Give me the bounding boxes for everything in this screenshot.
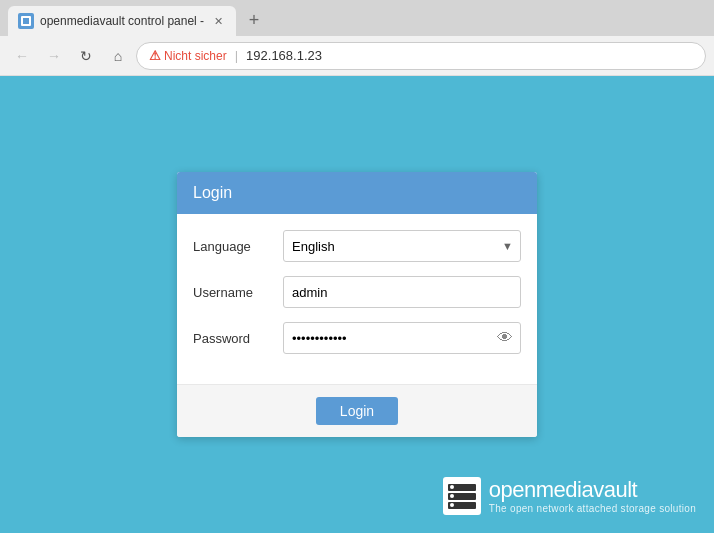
active-tab[interactable]: openmediavault control panel - ✕: [8, 6, 236, 36]
language-label: Language: [193, 239, 283, 254]
username-input[interactable]: [283, 276, 521, 308]
tab-favicon: [18, 13, 34, 29]
browser-chrome: openmediavault control panel - ✕ + ← → ↻…: [0, 0, 714, 76]
login-button[interactable]: Login: [316, 397, 398, 425]
login-card: Login Language English Deutsch Français …: [177, 172, 537, 437]
brand-logo-dot: [450, 485, 454, 489]
brand-logo-dot-2: [450, 494, 454, 498]
security-warning: ⚠ Nicht sicher: [149, 48, 227, 63]
brand: openmediavault The open network attached…: [443, 477, 696, 515]
password-label: Password: [193, 331, 283, 346]
language-row: Language English Deutsch Français Españo…: [193, 230, 521, 262]
page-content: Login Language English Deutsch Français …: [0, 76, 714, 533]
language-select[interactable]: English Deutsch Français Español: [283, 230, 521, 262]
brand-logo: [443, 477, 481, 515]
security-text: Nicht sicher: [164, 49, 227, 63]
tab-bar: openmediavault control panel - ✕ +: [0, 0, 714, 36]
login-title: Login: [193, 184, 232, 201]
address-bar[interactable]: ⚠ Nicht sicher | 192.168.1.23: [136, 42, 706, 70]
brand-logo-bar-1: [448, 484, 476, 491]
brand-text: openmediavault The open network attached…: [489, 478, 696, 513]
username-row: Username: [193, 276, 521, 308]
forward-button[interactable]: →: [40, 42, 68, 70]
brand-tagline: The open network attached storage soluti…: [489, 503, 696, 514]
warning-icon: ⚠: [149, 48, 161, 63]
navigation-bar: ← → ↻ ⌂ ⚠ Nicht sicher | 192.168.1.23: [0, 36, 714, 76]
password-wrapper: 👁: [283, 322, 521, 354]
home-button[interactable]: ⌂: [104, 42, 132, 70]
language-select-wrapper: English Deutsch Français Español ▼: [283, 230, 521, 262]
login-header: Login: [177, 172, 537, 214]
login-body: Language English Deutsch Français Españo…: [177, 214, 537, 384]
back-button[interactable]: ←: [8, 42, 36, 70]
password-input[interactable]: [283, 322, 521, 354]
password-row: Password 👁: [193, 322, 521, 354]
brand-logo-bar-2: [448, 493, 476, 500]
brand-logo-bar-3: [448, 502, 476, 509]
password-visibility-toggle-icon[interactable]: 👁: [497, 329, 513, 347]
tab-close-button[interactable]: ✕: [210, 13, 226, 29]
brand-logo-dot-3: [450, 503, 454, 507]
tab-title: openmediavault control panel -: [40, 14, 204, 28]
login-footer: Login: [177, 384, 537, 437]
address-separator: |: [235, 48, 238, 63]
url-display: 192.168.1.23: [246, 48, 322, 63]
reload-button[interactable]: ↻: [72, 42, 100, 70]
brand-name: openmediavault: [489, 478, 696, 502]
username-label: Username: [193, 285, 283, 300]
new-tab-button[interactable]: +: [240, 6, 268, 34]
